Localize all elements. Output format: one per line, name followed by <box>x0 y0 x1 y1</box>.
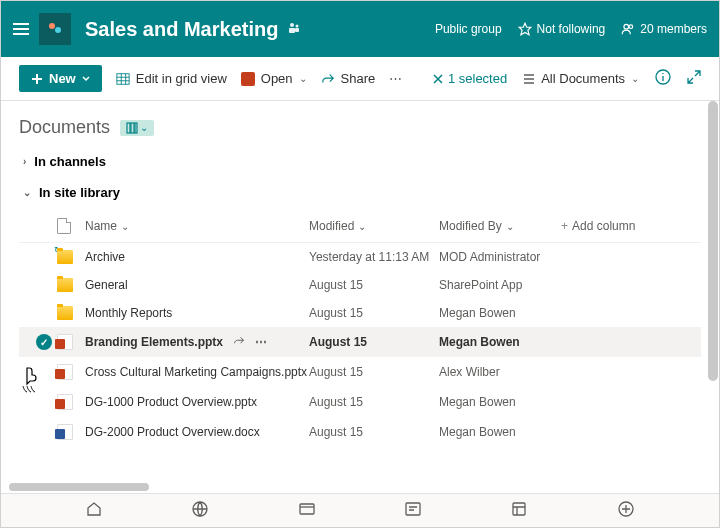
selected-check-icon[interactable]: ✓ <box>36 334 52 350</box>
tiles-toggle-icon[interactable]: ⌄ <box>120 120 154 136</box>
svg-rect-13 <box>135 123 137 133</box>
share-row-icon[interactable] <box>233 335 245 350</box>
svg-rect-12 <box>131 123 134 133</box>
content-area: Documents ⌄ ›In channels ⌄In site librar… <box>1 101 719 495</box>
svg-point-7 <box>624 24 629 29</box>
svg-rect-5 <box>295 28 299 32</box>
table-row[interactable]: GeneralAugust 15SharePoint App <box>19 271 701 299</box>
file-name[interactable]: General <box>85 278 128 292</box>
selected-count[interactable]: 1 selected <box>432 71 507 86</box>
page-title[interactable]: Documents <box>19 117 110 138</box>
svg-rect-4 <box>289 28 295 33</box>
add-icon[interactable] <box>617 500 635 522</box>
view-selector[interactable]: All Documents ⌄ <box>523 71 639 86</box>
horizontal-scrollbar[interactable] <box>9 483 707 493</box>
news-icon[interactable] <box>404 500 422 522</box>
powerpoint-icon <box>57 364 73 380</box>
svg-point-8 <box>629 25 633 29</box>
column-modified[interactable]: Modified⌄ <box>309 218 439 234</box>
command-bar: New Edit in grid view Open ⌄ Share ⋯ 1 s… <box>1 57 719 101</box>
site-header: Sales and Marketing Public group Not fol… <box>1 1 719 57</box>
svg-rect-16 <box>406 503 420 515</box>
site-title[interactable]: Sales and Marketing <box>85 18 278 41</box>
folder-icon <box>57 278 73 292</box>
modified-cell: August 15 <box>309 395 439 409</box>
column-modified-by[interactable]: Modified By⌄ <box>439 218 561 234</box>
bottom-nav <box>1 493 719 527</box>
info-icon[interactable] <box>655 69 671 88</box>
table-row[interactable]: DG-2000 Product Overview.docxAugust 15Me… <box>19 417 701 447</box>
file-name[interactable]: DG-2000 Product Overview.docx <box>85 425 260 439</box>
svg-point-0 <box>49 23 55 29</box>
section-in-channels[interactable]: ›In channels <box>23 154 701 169</box>
modified-cell: August 15 <box>309 306 439 320</box>
modified-by-cell: Alex Wilber <box>439 365 589 379</box>
table-row[interactable]: Monthly ReportsAugust 15Megan Bowen <box>19 299 701 327</box>
more-row-icon[interactable]: ⋯ <box>255 335 267 349</box>
more-actions-icon[interactable]: ⋯ <box>389 71 402 86</box>
members-button[interactable]: 20 members <box>621 22 707 36</box>
modified-cell: Yesterday at 11:13 AM <box>309 250 439 264</box>
svg-rect-17 <box>513 503 525 515</box>
svg-rect-15 <box>300 504 314 514</box>
modified-by-cell: SharePoint App <box>439 278 589 292</box>
hamburger-menu-icon[interactable] <box>13 23 29 35</box>
svg-rect-11 <box>127 123 130 133</box>
table-row[interactable]: ✓Branding Elements.pptx⋯August 15Megan B… <box>19 327 701 357</box>
folder-icon <box>57 250 73 264</box>
column-add[interactable]: +Add column <box>561 218 635 234</box>
file-name[interactable]: Archive <box>85 250 125 264</box>
table-row[interactable]: Cross Cultural Marketing Campaigns.pptxA… <box>19 357 701 387</box>
modified-by-cell: MOD Administrator <box>439 250 589 264</box>
edit-grid-button[interactable]: Edit in grid view <box>116 71 227 86</box>
share-button[interactable]: Share <box>321 71 376 86</box>
modified-by-cell: Megan Bowen <box>439 425 589 439</box>
globe-icon[interactable] <box>191 500 209 522</box>
modified-by-cell: Megan Bowen <box>439 335 589 349</box>
public-group-label: Public group <box>435 22 502 36</box>
header-right: Public group Not following 20 members <box>435 22 707 36</box>
open-button[interactable]: Open ⌄ <box>241 71 307 86</box>
modified-by-cell: Megan Bowen <box>439 306 589 320</box>
site-logo[interactable] <box>39 13 71 45</box>
powerpoint-icon <box>57 394 73 410</box>
list-icon[interactable] <box>510 500 528 522</box>
svg-point-2 <box>290 23 294 27</box>
modified-cell: August 15 <box>309 365 439 379</box>
not-following-button[interactable]: Not following <box>518 22 606 36</box>
modified-cell: August 15 <box>309 278 439 292</box>
powerpoint-icon <box>57 334 73 350</box>
breadcrumb: Documents ⌄ <box>19 117 701 138</box>
svg-point-1 <box>55 27 61 33</box>
folder-icon <box>57 306 73 320</box>
vertical-scrollbar[interactable] <box>708 101 718 381</box>
library-icon[interactable] <box>298 500 316 522</box>
svg-rect-9 <box>117 73 129 84</box>
file-name[interactable]: Monthly Reports <box>85 306 172 320</box>
modified-cell: August 15 <box>309 335 439 349</box>
column-headers: Name⌄ Modified⌄ Modified By⌄ +Add column <box>19 210 701 243</box>
expand-icon[interactable] <box>687 70 701 87</box>
modified-cell: August 15 <box>309 425 439 439</box>
file-name[interactable]: DG-1000 Product Overview.pptx <box>85 395 257 409</box>
word-icon <box>57 424 73 440</box>
svg-point-3 <box>296 24 299 27</box>
column-type-icon[interactable] <box>57 218 85 234</box>
column-name[interactable]: Name⌄ <box>85 218 309 234</box>
svg-marker-6 <box>519 23 531 35</box>
file-name[interactable]: Branding Elements.pptx <box>85 335 223 349</box>
home-icon[interactable] <box>85 500 103 522</box>
table-row[interactable]: DG-1000 Product Overview.pptxAugust 15Me… <box>19 387 701 417</box>
section-in-site-library[interactable]: ⌄In site library <box>23 185 701 200</box>
file-list: ↻ArchiveYesterday at 11:13 AMMOD Adminis… <box>19 243 701 447</box>
new-button[interactable]: New <box>19 65 102 92</box>
table-row[interactable]: ↻ArchiveYesterday at 11:13 AMMOD Adminis… <box>19 243 701 271</box>
file-name[interactable]: Cross Cultural Marketing Campaigns.pptx <box>85 365 307 379</box>
teams-icon[interactable] <box>286 20 302 39</box>
modified-by-cell: Megan Bowen <box>439 395 589 409</box>
